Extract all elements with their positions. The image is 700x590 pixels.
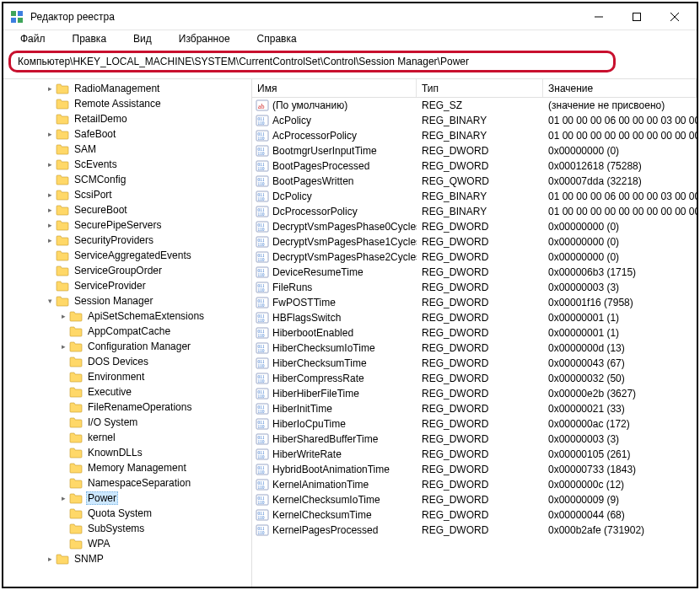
tree-item[interactable]: ▸AppCompatCache xyxy=(3,324,251,339)
value-row[interactable]: HiberCompressRateREG_DWORD0x00000032 (50… xyxy=(252,371,697,386)
value-name: BootPagesWritten xyxy=(272,175,354,187)
chevron-right-icon[interactable]: ▸ xyxy=(44,204,56,216)
col-header-name[interactable]: Имя xyxy=(252,79,417,97)
chevron-right-icon[interactable]: ▸ xyxy=(44,189,56,201)
tree-item[interactable]: ▸Environment xyxy=(3,369,251,384)
tree-item[interactable]: ▸ScsiPort xyxy=(3,187,251,202)
value-row[interactable]: HiberChecksumTimeREG_DWORD0x00000043 (67… xyxy=(252,356,697,371)
binary-value-icon xyxy=(256,432,269,446)
value-row[interactable]: KernelPagesProcessedREG_DWORD0x000b2afe … xyxy=(252,523,697,538)
value-row[interactable]: BootPagesProcessedREG_DWORD0x00012618 (7… xyxy=(252,158,697,174)
folder-icon xyxy=(56,280,69,292)
chevron-right-icon[interactable]: ▸ xyxy=(44,128,56,140)
value-row[interactable]: HiberbootEnabledREG_DWORD0x00000001 (1) xyxy=(252,325,697,341)
tree-item[interactable]: ▸kernel xyxy=(3,430,251,445)
tree-item[interactable]: ▸Quota System xyxy=(3,506,251,521)
value-row[interactable]: HiberWriteRateREG_DWORD0x00000105 (261) xyxy=(252,447,697,462)
tree-item[interactable]: ▸ScEvents xyxy=(3,157,251,172)
chevron-right-icon[interactable]: ▸ xyxy=(57,310,69,322)
tree-item[interactable]: ▸KnownDLLs xyxy=(3,445,251,460)
chevron-right-icon[interactable]: ▸ xyxy=(44,234,56,246)
tree-item[interactable]: ▸SecurityProviders xyxy=(3,233,251,248)
chevron-down-icon[interactable]: ▾ xyxy=(44,295,56,307)
value-row[interactable]: HiberHiberFileTimeREG_DWORD0x00000e2b (3… xyxy=(252,386,697,401)
tree-item[interactable]: ▸ApiSetSchemaExtensions xyxy=(3,308,251,324)
value-row[interactable]: FwPOSTTimeREG_DWORD0x00001f16 (7958) xyxy=(252,295,697,310)
binary-value-icon xyxy=(256,478,269,491)
menubar: Файл Правка Вид Избранное Справка xyxy=(3,30,697,47)
tree-item[interactable]: ▸NamespaceSeparation xyxy=(3,475,251,491)
value-row[interactable]: DecryptVsmPagesPhase0CyclesREG_DWORD0x00… xyxy=(252,219,697,234)
value-row[interactable]: DecryptVsmPagesPhase2CyclesREG_DWORD0x00… xyxy=(252,249,697,265)
menu-favorites[interactable]: Избранное xyxy=(165,31,244,46)
tree-item[interactable]: ▸Executive xyxy=(3,384,251,400)
value-data: 0x00000044 (68) xyxy=(543,509,697,521)
menu-help[interactable]: Справка xyxy=(244,31,310,46)
tree-item[interactable]: ▸RetailDemo xyxy=(3,111,251,126)
tree-item[interactable]: ▸FileRenameOperations xyxy=(3,400,251,415)
tree-item[interactable]: ▸Configuration Manager xyxy=(3,339,251,354)
col-header-value[interactable]: Значение xyxy=(543,79,697,97)
value-row[interactable]: HiberChecksumIoTimeREG_DWORD0x0000000d (… xyxy=(252,341,697,356)
value-row[interactable]: BootPagesWrittenREG_QWORD0x00007dda (322… xyxy=(252,174,697,189)
value-row[interactable]: HybridBootAnimationTimeREG_DWORD0x000007… xyxy=(252,462,697,477)
value-row[interactable]: DcPolicyREG_BINARY01 00 00 00 06 00 00 0… xyxy=(252,189,697,204)
value-row[interactable]: DecryptVsmPagesPhase1CyclesREG_DWORD0x00… xyxy=(252,234,697,249)
tree-item[interactable]: ▸ServiceGroupOrder xyxy=(3,263,251,278)
value-row[interactable]: HiberIoCpuTimeREG_DWORD0x000000ac (172) xyxy=(252,416,697,432)
value-data: 0x00000003 (3) xyxy=(543,433,697,445)
value-row[interactable]: HiberSharedBufferTimeREG_DWORD0x00000003… xyxy=(252,432,697,447)
tree-item[interactable]: ▸SecurePipeServers xyxy=(3,217,251,233)
tree-item[interactable]: ▸DOS Devices xyxy=(3,354,251,369)
menu-edit[interactable]: Правка xyxy=(59,31,121,46)
tree-item[interactable]: ▸Power xyxy=(3,491,251,506)
value-row[interactable]: KernelChecksumIoTimeREG_DWORD0x00000009 … xyxy=(252,492,697,507)
tree-item[interactable]: ▸ServiceProvider xyxy=(3,278,251,293)
value-row[interactable]: KernelAnimationTimeREG_DWORD0x0000000c (… xyxy=(252,477,697,492)
window-title: Редактор реестра xyxy=(30,11,579,23)
chevron-right-icon[interactable]: ▸ xyxy=(57,341,69,352)
tree-item[interactable]: ▸ServiceAggregatedEvents xyxy=(3,248,251,263)
tree-item[interactable]: ▸SafeBoot xyxy=(3,126,251,142)
value-row[interactable]: KernelChecksumTimeREG_DWORD0x00000044 (6… xyxy=(252,507,697,523)
values-list[interactable]: Имя Тип Значение (По умолчанию)REG_SZ(зн… xyxy=(252,79,697,587)
menu-view[interactable]: Вид xyxy=(120,31,165,46)
chevron-right-icon[interactable]: ▸ xyxy=(44,83,56,94)
maximize-button[interactable] xyxy=(617,4,655,30)
chevron-right-icon[interactable]: ▸ xyxy=(57,492,69,504)
value-row[interactable]: FileRunsREG_DWORD0x00000003 (3) xyxy=(252,280,697,295)
tree-item[interactable]: ▸Memory Management xyxy=(3,460,251,475)
tree-item[interactable]: ▸SecureBoot xyxy=(3,202,251,217)
minimize-button[interactable] xyxy=(579,4,617,30)
address-bar[interactable] xyxy=(16,55,608,68)
close-button[interactable] xyxy=(655,4,693,30)
value-row[interactable]: AcProcessorPolicyREG_BINARY01 00 00 00 0… xyxy=(252,128,697,143)
folder-icon xyxy=(69,416,83,428)
value-data: 0x00001f16 (7958) xyxy=(543,297,697,308)
tree-item-label: ScsiPort xyxy=(73,189,114,201)
tree-item[interactable]: ▸I/O System xyxy=(3,415,251,430)
menu-file[interactable]: Файл xyxy=(7,31,59,46)
value-data: 0x000006b3 (1715) xyxy=(543,266,697,278)
chevron-right-icon[interactable]: ▸ xyxy=(44,219,56,231)
tree-item[interactable]: ▸SCMConfig xyxy=(3,172,251,187)
value-row[interactable]: BootmgrUserInputTimeREG_DWORD0x00000000 … xyxy=(252,143,697,158)
tree-item-label: FileRenameOperations xyxy=(86,401,193,413)
chevron-right-icon[interactable]: ▸ xyxy=(44,553,56,565)
tree-item[interactable]: ▸WPA xyxy=(3,536,251,551)
value-row[interactable]: (По умолчанию)REG_SZ(значение не присвое… xyxy=(252,98,697,113)
tree-item[interactable]: ▸Remote Assistance xyxy=(3,96,251,111)
value-row[interactable]: DeviceResumeTimeREG_DWORD0x000006b3 (171… xyxy=(252,265,697,280)
col-header-type[interactable]: Тип xyxy=(417,79,543,97)
tree-item[interactable]: ▸SubSystems xyxy=(3,521,251,536)
value-row[interactable]: HBFlagsSwitchREG_DWORD0x00000001 (1) xyxy=(252,310,697,325)
tree-item[interactable]: ▸SNMP xyxy=(3,551,251,566)
value-row[interactable]: HiberInitTimeREG_DWORD0x00000021 (33) xyxy=(252,401,697,416)
registry-tree[interactable]: ▸RadioManagement▸Remote Assistance▸Retai… xyxy=(3,79,252,587)
value-row[interactable]: AcPolicyREG_BINARY01 00 00 00 06 00 00 0… xyxy=(252,113,697,128)
tree-item[interactable]: ▸RadioManagement xyxy=(3,81,251,96)
tree-item[interactable]: ▸SAM xyxy=(3,142,251,157)
value-row[interactable]: DcProcessorPolicyREG_BINARY01 00 00 00 0… xyxy=(252,204,697,219)
tree-item[interactable]: ▾Session Manager xyxy=(3,293,251,308)
chevron-right-icon[interactable]: ▸ xyxy=(44,158,56,170)
